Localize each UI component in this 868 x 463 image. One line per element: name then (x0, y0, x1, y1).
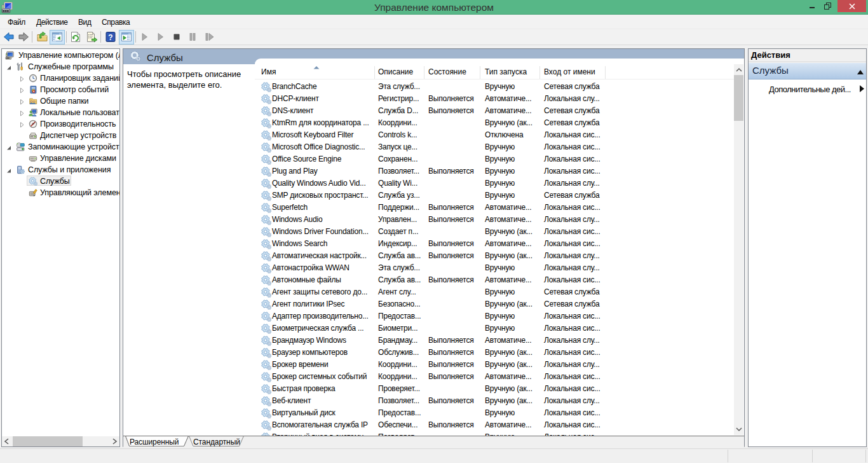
svg-text:?: ? (108, 33, 112, 42)
